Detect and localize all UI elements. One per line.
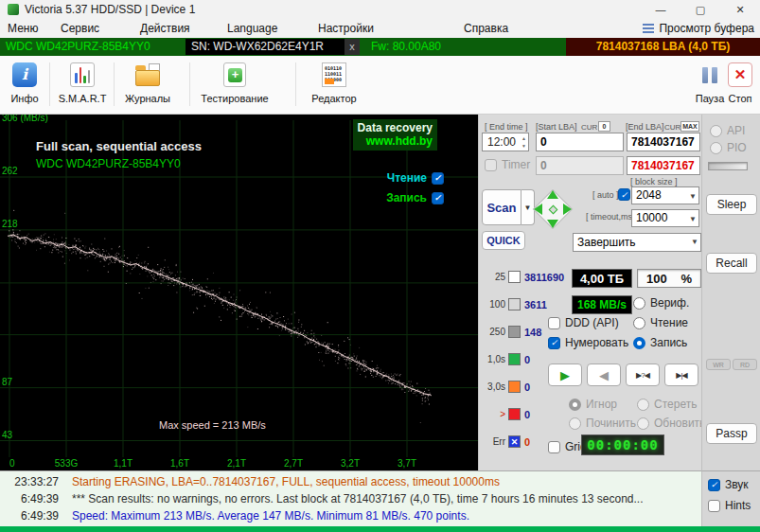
menu-service[interactable]: Сервис bbox=[61, 19, 99, 38]
transport-buttons: ▶ ◀ ▶?◀ ▶|◀ bbox=[548, 364, 698, 386]
start-lba-input[interactable]: 0 bbox=[536, 133, 624, 151]
menu-main[interactable]: Меню bbox=[8, 19, 38, 38]
spinner-arrows-icon[interactable]: ▲▼ bbox=[521, 134, 526, 150]
scan-button[interactable]: Scan bbox=[482, 189, 521, 225]
minimize-button[interactable]: — bbox=[641, 0, 680, 19]
right-column: API PIO Sleep Recall WR RD Passp bbox=[701, 115, 760, 470]
sound-toggle[interactable]: ✓ Звук bbox=[708, 478, 749, 491]
smart-button[interactable]: S.M.A.R.T bbox=[53, 61, 112, 104]
sound-label: Звук bbox=[725, 478, 749, 491]
after-scan-action-combo[interactable]: Завершить ▼ bbox=[573, 233, 701, 252]
block-size-combo[interactable]: 2048 ▼ bbox=[631, 186, 699, 204]
max-speed-note: Max speed = 213 MB/s bbox=[159, 419, 266, 431]
cur-value-box: 0 bbox=[598, 121, 610, 132]
info-button[interactable]: i Инфо bbox=[2, 61, 47, 104]
menu-actions[interactable]: Действия bbox=[140, 19, 190, 38]
seek-pair-icon: ▶|◀ bbox=[676, 371, 686, 380]
stop-button[interactable]: ✕ Стоп bbox=[721, 61, 759, 104]
folder-icon bbox=[134, 62, 161, 87]
mode-verify[interactable]: Вериф. bbox=[633, 296, 689, 310]
serial-close-button[interactable]: x bbox=[345, 39, 360, 55]
quick-button[interactable]: QUICK bbox=[482, 231, 525, 250]
write-overlay-checkbox[interactable]: ✓ bbox=[432, 192, 444, 204]
mode-read[interactable]: Чтение bbox=[633, 316, 688, 329]
hex-editor-icon: 010110 110011 101000 bbox=[322, 62, 346, 87]
mode-write[interactable]: Запись bbox=[633, 336, 687, 349]
menu-help[interactable]: Справка bbox=[464, 19, 508, 38]
refresh-radio bbox=[637, 417, 649, 430]
buffer-list-icon bbox=[643, 24, 654, 34]
svg-text:3,7T: 3,7T bbox=[398, 458, 416, 469]
start-scan-button[interactable]: ▶ bbox=[548, 364, 582, 386]
pio-label: PIO bbox=[727, 141, 747, 154]
ddd-api-toggle[interactable]: DDD (API) bbox=[548, 316, 619, 329]
svg-text:0: 0 bbox=[9, 458, 15, 469]
end-time-spinner[interactable]: 12:00 ▲▼ bbox=[482, 133, 529, 151]
write-overlay-label: Запись bbox=[386, 191, 427, 204]
pad-right-icon[interactable] bbox=[563, 204, 572, 215]
sound-checkbox[interactable]: ✓ bbox=[708, 479, 720, 491]
reverse-button[interactable]: ◀ bbox=[587, 364, 621, 386]
timeout-combo[interactable]: 10000 ▼ bbox=[631, 209, 699, 227]
api-mode: API bbox=[710, 124, 745, 137]
verify-radio[interactable] bbox=[633, 297, 645, 310]
svg-text:87: 87 bbox=[2, 377, 13, 387]
smart-label: S.M.A.R.T bbox=[53, 93, 112, 104]
auto-checkbox[interactable]: ✓ bbox=[618, 188, 630, 201]
grid-checkbox[interactable] bbox=[548, 441, 560, 453]
read-radio[interactable] bbox=[633, 317, 645, 329]
stop-icon: ✕ bbox=[728, 62, 752, 87]
editor-button[interactable]: 010110 110011 101000 Редактор bbox=[301, 61, 367, 104]
navigation-pad[interactable] bbox=[531, 187, 574, 231]
window-title: Victoria 5.37 HDD/SSD | Device 1 bbox=[25, 3, 195, 16]
passp-button[interactable]: Passp bbox=[706, 423, 757, 444]
counter-label: > bbox=[483, 409, 505, 419]
journals-button[interactable]: Журналы bbox=[117, 61, 178, 104]
counter-value: 0 bbox=[524, 354, 530, 365]
pause-icon bbox=[698, 62, 722, 87]
journals-label: Журналы bbox=[117, 93, 178, 104]
stop-label: Стоп bbox=[721, 93, 759, 104]
hints-toggle[interactable]: Hints bbox=[708, 499, 751, 512]
counter-value: 0 bbox=[524, 409, 530, 420]
progress-percent-display: 100% bbox=[637, 269, 701, 288]
read-overlay-checkbox[interactable]: ✓ bbox=[432, 172, 444, 185]
seek-pair-button[interactable]: ▶|◀ bbox=[664, 364, 698, 386]
head-position-indicator bbox=[708, 162, 748, 170]
erase-radio bbox=[637, 399, 649, 411]
pad-left-icon[interactable] bbox=[534, 204, 542, 215]
drive-firmware: Fw: 80.00A80 bbox=[371, 38, 441, 56]
seek-defect-button[interactable]: ▶?◀ bbox=[626, 364, 660, 386]
timer-checkbox bbox=[485, 159, 497, 171]
close-button[interactable]: ✕ bbox=[720, 0, 760, 19]
svg-text:262: 262 bbox=[2, 166, 18, 176]
counter-color-swatch bbox=[508, 326, 521, 338]
end-lba-input[interactable]: 7814037167 bbox=[627, 133, 700, 151]
numerate-toggle[interactable]: ✓ Нумеровать bbox=[548, 336, 628, 349]
maximize-button[interactable]: ▢ bbox=[680, 0, 720, 19]
wr-indicator: WR bbox=[706, 359, 731, 370]
pad-up-icon[interactable] bbox=[547, 190, 558, 199]
testing-button[interactable]: + Тестирование bbox=[195, 61, 274, 104]
toolbar: i Инфо S.M.A.R.T Журналы + Тестирование … bbox=[0, 56, 760, 115]
recall-button[interactable]: Recall bbox=[706, 253, 757, 274]
pio-radio bbox=[710, 142, 722, 154]
end-lba-label: [End LBA] bbox=[626, 122, 664, 132]
sleep-button[interactable]: Sleep bbox=[706, 194, 757, 215]
log-row: 6:49:39 *** Scan results: no warnings, n… bbox=[0, 490, 701, 507]
hints-checkbox[interactable] bbox=[708, 500, 720, 512]
counter-row: 1003611 bbox=[483, 297, 547, 311]
menu-bar: Меню Сервис Действия Language Настройки … bbox=[0, 19, 760, 38]
fix-radio bbox=[569, 417, 581, 430]
write-overlay-toggle[interactable]: Запись ✓ bbox=[386, 191, 444, 204]
ddd-checkbox[interactable] bbox=[548, 317, 560, 329]
event-log: 23:33:27 Starting ERASING, LBA=0..781403… bbox=[0, 470, 701, 526]
read-overlay-toggle[interactable]: Чтение ✓ bbox=[387, 171, 444, 185]
ignore-radio bbox=[569, 399, 581, 411]
buffer-view-button[interactable]: Просмотр буфера bbox=[643, 19, 754, 38]
numerate-checkbox[interactable]: ✓ bbox=[548, 337, 560, 349]
write-radio[interactable] bbox=[633, 337, 645, 349]
menu-language[interactable]: Language bbox=[227, 19, 277, 38]
menu-settings[interactable]: Настройки bbox=[318, 19, 374, 38]
pad-down-icon[interactable] bbox=[547, 220, 558, 228]
